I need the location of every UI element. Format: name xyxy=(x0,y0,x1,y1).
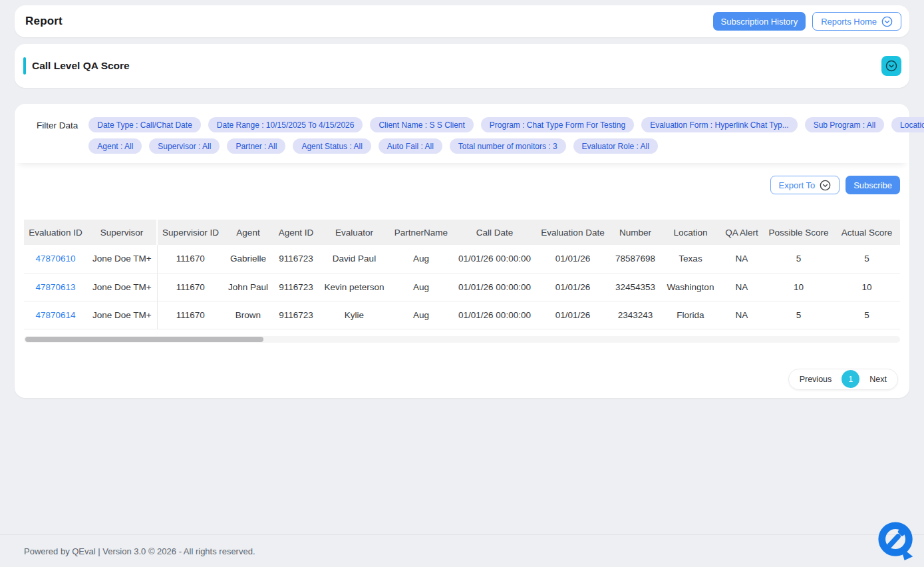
filter-chip-row-1: Date Type : Call/Chat Date Date Range : … xyxy=(88,117,924,132)
qa-score-section-bar: Call Level QA Score xyxy=(15,44,909,88)
top-bar-actions: Subscription History Reports Home xyxy=(713,12,901,31)
export-to-button[interactable]: Export To xyxy=(770,176,840,194)
next-page-button[interactable]: Next xyxy=(869,375,887,384)
filter-chip-client-name: Client Name : S S Client xyxy=(370,117,473,132)
cell-agent: John Paul xyxy=(224,273,273,301)
subscription-history-button[interactable]: Subscription History xyxy=(713,12,806,31)
table-header-row: Evaluation ID Supervisor Supervisior ID … xyxy=(24,220,900,245)
page-title: Report xyxy=(25,15,63,28)
table-row: 47870610 Jone Doe TM+ 111670 Gabrielle 9… xyxy=(24,245,900,273)
col-header-evaluator: Evaluator xyxy=(319,220,389,245)
filter-chip-date-type: Date Type : Call/Chat Date xyxy=(88,117,201,132)
cell-partner-name: Aug xyxy=(389,245,453,273)
qa-score-table-container: Evaluation ID Supervisor Supervisior ID … xyxy=(15,220,909,329)
cell-supervisor: Jone Doe TM+ xyxy=(87,301,157,329)
filter-chip-auto-fail: Auto Fail : All xyxy=(379,138,442,154)
cell-location: Texas xyxy=(661,245,720,273)
cell-possible-score: 10 xyxy=(764,273,834,301)
reports-home-button[interactable]: Reports Home xyxy=(812,12,901,31)
chevron-down-circle-icon xyxy=(881,16,893,27)
col-header-number: Number xyxy=(609,220,661,245)
col-header-agent: Agent xyxy=(224,220,273,245)
cell-location: Washington xyxy=(661,273,720,301)
col-header-qa-alert: QA Alert xyxy=(720,220,764,245)
cell-supervisor-id: 111670 xyxy=(157,301,224,329)
cell-agent: Gabrielle xyxy=(224,245,273,273)
cell-possible-score: 5 xyxy=(764,245,834,273)
col-header-agent-id: Agent ID xyxy=(273,220,319,245)
cell-call-date: 01/01/26 00:00:00 xyxy=(453,301,536,329)
evaluation-id-link[interactable]: 47870610 xyxy=(35,254,75,264)
footer-text: Powered by QEval | Version 3.0 © 2026 - … xyxy=(24,546,255,556)
cell-agent-id: 9116723 xyxy=(273,273,319,301)
cell-possible-score: 5 xyxy=(764,301,834,329)
col-header-supervisor-id: Supervisior ID xyxy=(157,220,224,245)
page-number-button[interactable]: 1 xyxy=(842,370,859,388)
qa-score-table: Evaluation ID Supervisor Supervisior ID … xyxy=(24,220,900,329)
chevron-down-circle-icon xyxy=(885,60,897,72)
cell-supervisor: Jone Doe TM+ xyxy=(87,273,157,301)
export-to-label: Export To xyxy=(779,180,816,190)
section-title: Call Level QA Score xyxy=(32,60,881,72)
evaluation-id-link[interactable]: 47870614 xyxy=(35,310,75,320)
filter-chip-evaluator-role: Evaluator Role : All xyxy=(573,138,658,154)
subscribe-button[interactable]: Subscribe xyxy=(846,176,900,194)
horizontal-scrollbar-track xyxy=(24,336,900,343)
col-header-actual-score: Actual Score xyxy=(834,220,900,245)
cell-agent-id: 9116723 xyxy=(273,245,319,273)
cell-evaluator: Kevin peterson xyxy=(319,273,389,301)
cell-qa-alert: NA xyxy=(720,245,764,273)
filter-chip-row-2: Agent : All Supervisor : All Partner : A… xyxy=(88,138,924,154)
cell-qa-alert: NA xyxy=(720,273,764,301)
cell-number: 32454353 xyxy=(609,273,661,301)
cell-supervisor-id: 111670 xyxy=(157,245,224,273)
cell-agent: Brown xyxy=(224,301,273,329)
cell-number: 2343243 xyxy=(609,301,661,329)
filter-chip-date-range: Date Range : 10/15/2025 To 4/15/2026 xyxy=(208,117,363,132)
col-header-supervisor: Supervisor xyxy=(87,220,157,245)
subscription-history-label: Subscription History xyxy=(721,17,798,27)
filter-chips: Date Type : Call/Chat Date Date Range : … xyxy=(88,117,924,154)
col-header-location: Location xyxy=(661,220,720,245)
top-bar: Report Subscription History Reports Home xyxy=(15,5,909,37)
cell-supervisor-id: 111670 xyxy=(157,273,224,301)
filter-chip-sub-program: Sub Program : All xyxy=(805,117,884,132)
filter-chip-location: Location : All xyxy=(891,117,924,132)
evaluation-id-link[interactable]: 47870613 xyxy=(35,282,75,292)
filter-section: Filter Data Date Type : Call/Chat Date D… xyxy=(15,104,909,163)
reports-home-label: Reports Home xyxy=(821,17,877,27)
filter-chip-supervisor: Supervisor : All xyxy=(149,138,220,154)
cell-actual-score: 5 xyxy=(834,245,900,273)
pagination-container: Previous 1 Next xyxy=(15,343,909,390)
col-header-possible-score: Possible Score xyxy=(764,220,834,245)
table-row: 47870613 Jone Doe TM+ 111670 John Paul 9… xyxy=(24,273,900,301)
cell-evaluator: David Paul xyxy=(319,245,389,273)
collapse-section-button[interactable] xyxy=(881,56,901,76)
horizontal-scrollbar-thumb[interactable] xyxy=(25,337,263,342)
cell-supervisor: Jone Doe TM+ xyxy=(87,245,157,273)
cell-evaluator: Kylie xyxy=(319,301,389,329)
page-footer: Powered by QEval | Version 3.0 © 2026 - … xyxy=(0,534,924,567)
filter-chip-agent: Agent : All xyxy=(88,138,142,154)
cell-partner-name: Aug xyxy=(389,301,453,329)
table-row: 47870614 Jone Doe TM+ 111670 Brown 91167… xyxy=(24,301,900,329)
col-header-partner-name: PartnerName xyxy=(389,220,453,245)
section-accent-bar xyxy=(23,57,26,75)
filter-chip-evaluation-form: Evaluation Form : Hyperlink Chat Typ... xyxy=(641,117,798,132)
cell-call-date: 01/01/26 00:00:00 xyxy=(453,245,536,273)
pagination: Previous 1 Next xyxy=(788,369,898,390)
filter-chip-agent-status: Agent Status : All xyxy=(293,138,371,154)
chevron-down-circle-icon xyxy=(820,180,831,191)
cell-actual-score: 5 xyxy=(834,301,900,329)
cell-partner-name: Aug xyxy=(389,273,453,301)
report-page: Report Subscription History Reports Home… xyxy=(0,0,924,398)
previous-page-button[interactable]: Previous xyxy=(800,375,832,384)
cell-location: Florida xyxy=(661,301,720,329)
cell-evaluation-date: 01/01/26 xyxy=(536,301,609,329)
qeval-logo-icon xyxy=(876,520,917,561)
cell-actual-score: 10 xyxy=(834,273,900,301)
cell-qa-alert: NA xyxy=(720,301,764,329)
cell-evaluation-date: 01/01/26 xyxy=(536,273,609,301)
filter-chip-total-monitors: Total number of monitors : 3 xyxy=(450,138,566,154)
col-header-call-date: Call Date xyxy=(453,220,536,245)
